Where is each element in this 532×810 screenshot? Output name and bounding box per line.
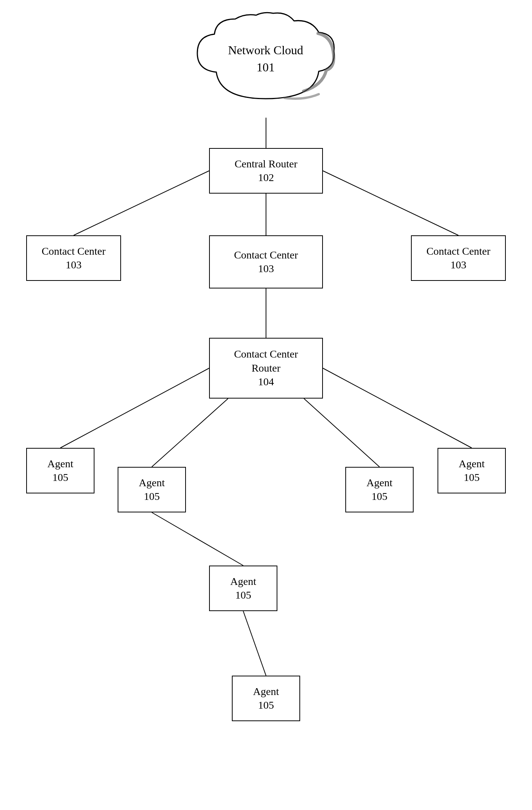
agent-center-left-node: Agent 105 (118, 467, 186, 512)
agent-far-right-number: 105 (464, 471, 480, 484)
agent-bottom-left-node: Agent 105 (209, 566, 277, 611)
contact-center-router-node: Contact Center Router 104 (209, 338, 323, 399)
contact-center-right-node: Contact Center 103 (411, 235, 506, 281)
contact-center-right-number: 103 (450, 258, 466, 272)
agent-center-right-node: Agent 105 (345, 467, 414, 512)
svg-line-6 (152, 399, 228, 467)
svg-line-7 (304, 399, 379, 467)
svg-line-1 (74, 171, 209, 235)
contact-center-router-number: 104 (258, 375, 274, 389)
contact-center-router-label1: Contact Center (234, 347, 298, 361)
agent-far-right-label: Agent (459, 457, 485, 471)
agent-bottom-left-label: Agent (230, 575, 256, 588)
agent-far-left-node: Agent 105 (26, 448, 94, 493)
agent-far-left-label: Agent (47, 457, 73, 471)
agent-center-left-number: 105 (144, 490, 160, 503)
svg-line-8 (323, 368, 472, 448)
agent-bottom-left-number: 105 (235, 588, 251, 602)
cloud-label: Network Cloud (186, 42, 345, 59)
agent-bottom-number: 105 (258, 698, 274, 712)
contact-center-left-node: Contact Center 103 (26, 235, 121, 281)
contact-center-middle-node: Contact Center 103 (209, 235, 323, 288)
agent-center-right-number: 105 (371, 490, 387, 503)
central-router-node: Central Router 102 (209, 148, 323, 194)
contact-center-right-label: Contact Center (427, 244, 491, 258)
agent-center-left-label: Agent (139, 476, 165, 490)
cloud-number: 101 (186, 59, 345, 76)
svg-line-3 (323, 171, 458, 235)
contact-center-left-number: 103 (66, 258, 82, 272)
cloud-node: Network Cloud 101 (186, 11, 345, 118)
svg-line-5 (60, 368, 209, 448)
agent-far-left-number: 105 (52, 471, 68, 484)
agent-far-right-node: Agent 105 (438, 448, 506, 493)
svg-line-9 (152, 512, 243, 566)
agent-bottom-label: Agent (253, 685, 279, 698)
contact-center-left-label: Contact Center (42, 244, 106, 258)
agent-center-right-label: Agent (367, 476, 392, 490)
central-router-label: Central Router (235, 157, 297, 171)
contact-center-middle-number: 103 (258, 262, 274, 276)
contact-center-middle-label: Contact Center (234, 248, 298, 262)
diagram-container: Network Cloud 101 Central Router 102 Con… (0, 0, 532, 810)
svg-line-10 (243, 611, 266, 676)
central-router-number: 102 (258, 171, 274, 184)
contact-center-router-label2: Router (252, 361, 280, 375)
agent-bottom-node: Agent 105 (232, 676, 300, 721)
